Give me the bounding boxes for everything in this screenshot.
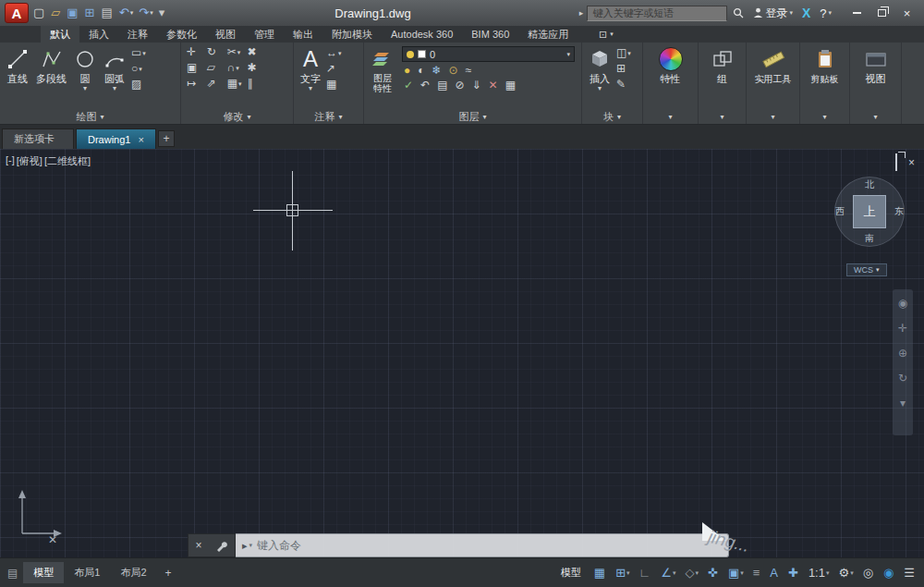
new-drawing-tab-button[interactable]: +: [158, 130, 175, 147]
layout-tab[interactable]: 布局1: [64, 562, 110, 583]
rotate-icon[interactable]: ↻: [207, 46, 222, 58]
panel-caption-layers[interactable]: 图层 ▾: [364, 109, 581, 124]
panel-caption-utilities[interactable]: ▾: [747, 109, 799, 124]
arc-button[interactable]: 圆弧 ▾: [100, 44, 129, 109]
ellipse-icon[interactable]: ○ ▾: [131, 63, 146, 75]
file-tab-drawing1[interactable]: Drawing1 ×: [76, 128, 156, 149]
customize-icon[interactable]: ☰: [899, 566, 920, 580]
layer-isolate-icon[interactable]: ◐: [418, 65, 424, 77]
viewcube-west[interactable]: 西: [835, 205, 845, 218]
close-button[interactable]: ×: [894, 4, 919, 22]
panel-caption-groups[interactable]: ▾: [699, 109, 746, 124]
snap-icon[interactable]: ⊞ ▾: [611, 566, 634, 580]
erase-icon[interactable]: ✖: [248, 46, 262, 58]
block-editor-icon[interactable]: ✎: [616, 79, 631, 91]
group-button[interactable]: 组: [708, 44, 737, 109]
offset-icon[interactable]: ∥: [248, 78, 262, 90]
open-file-icon[interactable]: ▱: [48, 5, 64, 21]
restore-button[interactable]: [869, 4, 894, 22]
steering-wheel-icon[interactable]: ◉: [898, 297, 907, 310]
viewcube-south[interactable]: 南: [865, 232, 874, 245]
new-layout-button[interactable]: +: [159, 567, 178, 580]
mirror-icon[interactable]: ▱: [207, 62, 222, 74]
layout-tab[interactable]: 模型: [23, 562, 64, 583]
app-menu-button[interactable]: A: [5, 3, 29, 23]
polyline-button[interactable]: 多段线: [32, 44, 70, 109]
move-icon[interactable]: ✛: [187, 46, 201, 58]
dimension-icon[interactable]: ↔ ▾: [326, 47, 342, 59]
new-file-icon[interactable]: ▢: [30, 5, 48, 21]
undo-icon[interactable]: ↶ ▾: [116, 5, 136, 21]
drawing-restore-button[interactable]: [895, 154, 897, 171]
layout-tab[interactable]: 布局2: [110, 562, 156, 583]
ribbon-tab[interactable]: 视图: [206, 26, 245, 43]
isodraft-icon[interactable]: ◇ ▾: [680, 566, 703, 580]
ortho-icon[interactable]: ∟: [635, 566, 657, 580]
line-button[interactable]: 直线: [3, 44, 32, 109]
scale-icon[interactable]: ⇗: [207, 78, 222, 90]
write-block-icon[interactable]: ⊞: [616, 63, 631, 75]
command-close-button[interactable]: ×: [195, 539, 201, 552]
layer-off-icon[interactable]: ●: [404, 65, 410, 77]
autoscale-icon[interactable]: ✚: [784, 566, 804, 580]
file-tab-new[interactable]: 新选项卡: [2, 128, 74, 149]
panel-caption-modify[interactable]: 修改 ▾: [181, 109, 293, 124]
command-prompt[interactable]: ▸ ▾: [242, 540, 252, 552]
model-space-button[interactable]: 模型: [553, 566, 590, 580]
help-search-input[interactable]: [587, 6, 727, 21]
layer-select[interactable]: 0 ▾: [402, 46, 575, 62]
panel-caption-draw[interactable]: 绘图 ▾: [0, 109, 180, 124]
polar-icon[interactable]: ∠ ▾: [656, 566, 680, 580]
sign-in-button[interactable]: 登录 ▾: [749, 6, 796, 21]
grid-icon[interactable]: ▦: [590, 566, 611, 580]
exchange-apps-button[interactable]: X: [798, 6, 814, 20]
measure-button[interactable]: 实用工具: [751, 44, 796, 109]
viewcube[interactable]: 北 南 西 东 上: [834, 177, 905, 247]
hatch-icon[interactable]: ▨: [131, 79, 146, 91]
osnap-icon[interactable]: ▣ ▾: [723, 566, 748, 580]
search-expand-icon[interactable]: ▸: [578, 8, 586, 18]
close-icon[interactable]: ×: [138, 134, 143, 145]
layout-quick-view-icon[interactable]: ▤: [4, 567, 21, 580]
ribbon-tab[interactable]: 附加模块: [322, 26, 382, 43]
leader-icon[interactable]: ↗: [326, 63, 342, 75]
drawing-canvas[interactable]: [-] [俯视] [二维线框] × 北 南 西 东 上 WCS ▾: [0, 149, 924, 557]
panel-caption-clipboard[interactable]: ▾: [800, 109, 849, 124]
ribbon-tab[interactable]: 参数化: [157, 26, 206, 43]
layer-freeze-other-icon[interactable]: ⊘: [455, 79, 464, 92]
circle-button[interactable]: 圆 ▾: [70, 44, 100, 109]
plot-icon[interactable]: ▤: [99, 5, 116, 21]
panel-caption-properties[interactable]: ▾: [643, 109, 698, 124]
ribbon-tab[interactable]: 精选应用: [518, 26, 578, 43]
redo-icon[interactable]: ↷ ▾: [136, 5, 155, 21]
layer-previous-icon[interactable]: ↶: [420, 79, 430, 92]
copy-icon[interactable]: ▣: [187, 62, 201, 74]
text-button[interactable]: A 文字 ▾: [297, 44, 324, 109]
view-tools-button[interactable]: 视图: [860, 44, 892, 109]
make-current-icon[interactable]: ✓: [404, 79, 413, 92]
minimize-button[interactable]: [845, 4, 869, 22]
visual-style-control[interactable]: [二维线框]: [44, 154, 91, 168]
ribbon-tab[interactable]: Autodesk 360: [382, 26, 462, 43]
command-input[interactable]: [257, 539, 722, 552]
array-icon[interactable]: ▦ ▾: [227, 78, 242, 90]
ribbon-tab[interactable]: 输出: [284, 26, 322, 43]
panel-caption-annotate[interactable]: 注释 ▾: [294, 109, 363, 124]
pan-icon[interactable]: ✛: [898, 322, 907, 335]
layer-delete-icon[interactable]: ✕: [489, 79, 498, 92]
viewcube-top-face[interactable]: 上: [853, 195, 886, 228]
create-block-icon[interactable]: ◫ ▾: [616, 47, 631, 59]
ribbon-tab[interactable]: 管理: [245, 26, 284, 43]
help-button[interactable]: ? ▾: [816, 6, 835, 20]
qat-customize-icon[interactable]: ▾: [156, 5, 169, 21]
paste-button[interactable]: 剪贴板: [808, 44, 843, 109]
layer-merge-icon[interactable]: ⇓: [472, 79, 481, 92]
search-button[interactable]: [729, 7, 748, 18]
isolate-objects-icon[interactable]: ◎: [858, 566, 879, 580]
annotation-scale-control[interactable]: 1:1 ▾: [804, 566, 834, 580]
explode-icon[interactable]: ✱: [248, 62, 262, 74]
orbit-icon[interactable]: ↻: [898, 372, 907, 385]
command-line[interactable]: ▸ ▾: [236, 533, 729, 557]
trim-icon[interactable]: ✂ ▾: [227, 46, 242, 58]
ribbon-tab[interactable]: 默认: [41, 26, 79, 43]
